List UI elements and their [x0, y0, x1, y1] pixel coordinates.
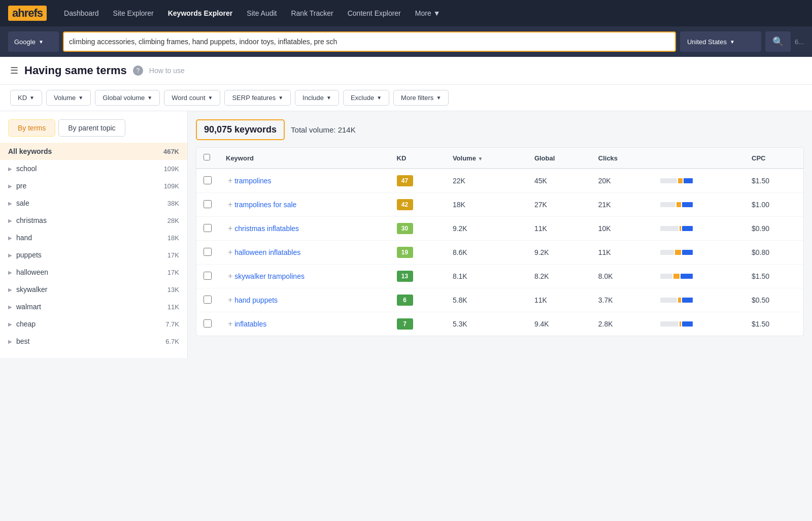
- row-select-checkbox[interactable]: [204, 272, 212, 280]
- kd-filter-button[interactable]: KD ▼: [10, 90, 42, 106]
- keywords-table: Keyword KD Volume ▼ Global Clicks CPC: [196, 147, 804, 336]
- volume-filter-button[interactable]: Volume ▼: [46, 90, 91, 106]
- row-checkbox-cell: [196, 312, 219, 336]
- serp-features-filter-button[interactable]: SERP features ▼: [224, 90, 291, 106]
- kd-badge: 47: [397, 175, 413, 186]
- country-dropdown[interactable]: United States ▼: [680, 31, 761, 52]
- row-select-checkbox[interactable]: [204, 224, 212, 232]
- chevron-down-icon: ▼: [377, 95, 382, 101]
- sidebar-item-count: 28K: [167, 217, 179, 224]
- sidebar-item-count: 109K: [164, 182, 179, 190]
- keyword-cell: + trampolines: [219, 169, 390, 193]
- keyword-link[interactable]: skywalker trampolines: [234, 272, 304, 280]
- global-cell: 11K: [527, 217, 591, 241]
- sidebar-item-count: 6.7K: [165, 338, 179, 345]
- global-volume-filter-button[interactable]: Global volume ▼: [95, 90, 160, 106]
- sidebar-item-skywalker[interactable]: ▶ skywalker 13K: [0, 281, 187, 298]
- add-keyword-button[interactable]: +: [228, 248, 232, 256]
- cpc-cell: $0.90: [745, 217, 803, 241]
- sidebar-item-cheap[interactable]: ▶ cheap 7.7K: [0, 315, 187, 333]
- word-count-filter-button[interactable]: Word count ▼: [164, 90, 220, 106]
- bar-blue-segment: [682, 321, 693, 327]
- row-select-checkbox[interactable]: [204, 319, 212, 328]
- sidebar-item-hand[interactable]: ▶ hand 18K: [0, 229, 187, 246]
- sidebar-item-count: 109K: [164, 165, 179, 173]
- nav-site-explorer[interactable]: Site Explorer: [106, 0, 161, 26]
- add-keyword-button[interactable]: +: [228, 296, 232, 304]
- select-all-checkbox[interactable]: [204, 154, 210, 160]
- sidebar-item-pre[interactable]: ▶ pre 109K: [0, 177, 187, 194]
- keyword-link[interactable]: inflatables: [234, 320, 266, 328]
- bar-blue-segment: [682, 202, 693, 207]
- more-filters-button[interactable]: More filters ▼: [393, 90, 449, 106]
- search-input[interactable]: [69, 38, 670, 46]
- tab-by-parent-topic[interactable]: By parent topic: [58, 119, 125, 137]
- help-icon[interactable]: ?: [133, 66, 143, 76]
- hamburger-icon[interactable]: ☰: [10, 65, 18, 76]
- sidebar-item-label: christmas: [16, 216, 47, 224]
- keyword-link[interactable]: hand puppets: [234, 296, 278, 304]
- row-select-checkbox[interactable]: [204, 248, 212, 256]
- keyword-link[interactable]: halloween inflatables: [234, 248, 300, 256]
- sidebar-item-school[interactable]: ▶ school 109K: [0, 160, 187, 177]
- cpc-cell: $1.50: [745, 265, 803, 288]
- add-keyword-button[interactable]: +: [228, 224, 232, 233]
- add-keyword-button[interactable]: +: [228, 176, 232, 185]
- tab-by-terms[interactable]: By terms: [8, 119, 55, 137]
- row-select-checkbox[interactable]: [204, 200, 212, 208]
- nav-site-audit[interactable]: Site Audit: [240, 0, 284, 26]
- keyword-link[interactable]: trampolines for sale: [234, 201, 296, 209]
- search-button[interactable]: 🔍: [765, 31, 791, 52]
- volume-cell: 18K: [446, 193, 527, 217]
- sidebar-all-keywords[interactable]: All keywords 467K: [0, 143, 187, 160]
- chevron-down-icon: ▼: [326, 95, 331, 101]
- bar-chart-cell: [653, 169, 745, 193]
- keyword-link[interactable]: trampolines: [234, 177, 271, 185]
- add-keyword-button[interactable]: +: [228, 319, 232, 328]
- sidebar-item-walmart[interactable]: ▶ walmart 11K: [0, 298, 187, 315]
- kd-badge: 13: [397, 271, 413, 282]
- nav-rank-tracker[interactable]: Rank Tracker: [284, 0, 340, 26]
- nav-dashboard[interactable]: Dashboard: [57, 0, 106, 26]
- kd-cell: 30: [390, 217, 446, 241]
- sidebar-item-sale[interactable]: ▶ sale 38K: [0, 194, 187, 212]
- exclude-filter-button[interactable]: Exclude ▼: [343, 90, 389, 106]
- bar-chart-cell: [653, 217, 745, 241]
- sidebar-all-keywords-label: All keywords: [8, 147, 52, 155]
- keyword-link[interactable]: christmas inflatables: [234, 224, 299, 233]
- sidebar-item-label: pre: [16, 182, 26, 190]
- row-checkbox-cell: [196, 288, 219, 312]
- chevron-down-icon: ▼: [29, 95, 35, 101]
- global-cell: 27K: [527, 193, 591, 217]
- sidebar-item-christmas[interactable]: ▶ christmas 28K: [0, 212, 187, 229]
- search-engine-dropdown[interactable]: Google ▼: [8, 31, 59, 52]
- volume-cell: 22K: [446, 169, 527, 193]
- page-header: ☰ Having same terms ? How to use: [0, 57, 812, 85]
- nav-content-explorer[interactable]: Content Explorer: [341, 0, 408, 26]
- row-checkbox-cell: [196, 265, 219, 288]
- bar-yellow-segment: [673, 274, 680, 279]
- keyword-cell: + trampolines for sale: [219, 193, 390, 217]
- th-volume[interactable]: Volume ▼: [446, 148, 527, 169]
- clicks-cell: 21K: [591, 193, 653, 217]
- sidebar-item-halloween[interactable]: ▶ halloween 17K: [0, 264, 187, 281]
- include-filter-button[interactable]: Include ▼: [295, 90, 339, 106]
- sidebar-item-best[interactable]: ▶ best 6.7K: [0, 333, 187, 350]
- add-keyword-button[interactable]: +: [228, 200, 232, 209]
- keyword-cell: + inflatables: [219, 312, 390, 336]
- row-select-checkbox[interactable]: [204, 176, 212, 184]
- sidebar-item-count: 18K: [167, 234, 179, 242]
- add-keyword-button[interactable]: +: [228, 272, 232, 280]
- nav-keywords-explorer[interactable]: Keywords Explorer: [161, 0, 240, 26]
- sidebar-item-puppets[interactable]: ▶ puppets 17K: [0, 246, 187, 264]
- row-select-checkbox[interactable]: [204, 296, 212, 304]
- sidebar: By terms By parent topic All keywords 46…: [0, 111, 188, 358]
- nav-more[interactable]: More ▼: [408, 0, 448, 26]
- how-to-use-link[interactable]: How to use: [149, 67, 185, 75]
- sidebar-item-label: walmart: [16, 303, 41, 311]
- sidebar-item-count: 38K: [167, 200, 179, 207]
- traffic-bar: [660, 226, 696, 231]
- kd-badge: 30: [397, 223, 413, 234]
- keyword-cell: + christmas inflatables: [219, 217, 390, 241]
- global-cell: 11K: [527, 288, 591, 312]
